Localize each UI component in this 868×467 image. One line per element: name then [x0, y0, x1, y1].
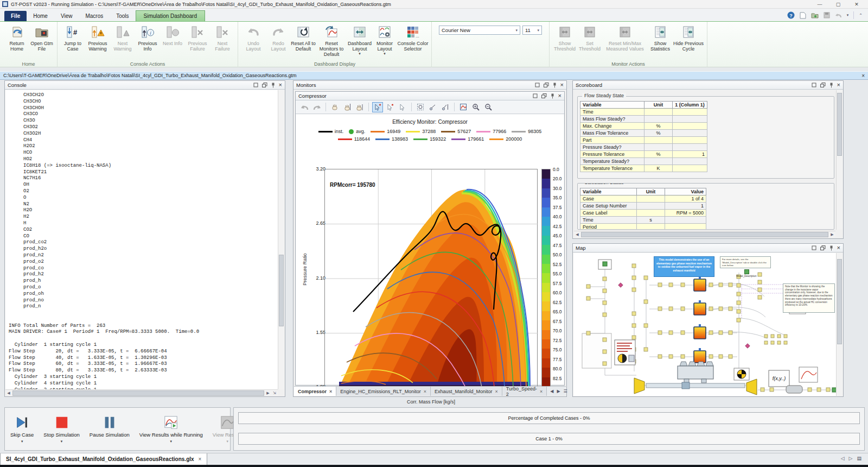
- pan-x-tool-icon[interactable]: [354, 102, 365, 112]
- undo-icon[interactable]: [835, 12, 842, 18]
- tab-list-icon[interactable]: ▤: [857, 456, 861, 461]
- maximize-icon[interactable]: [535, 83, 540, 87]
- table-row[interactable]: Time: [580, 109, 707, 116]
- set-threshold-button[interactable]: Set Threshold: [577, 23, 602, 52]
- float-icon[interactable]: [541, 93, 547, 98]
- pause-simulation-button[interactable]: Pause Simulation ▼: [90, 415, 130, 443]
- next-info-button[interactable]: Next Info: [160, 23, 185, 46]
- collapse-ribbon-icon[interactable]: ⌃: [859, 13, 863, 18]
- console-horizontal-scrollbar[interactable]: ◀▶⇲: [5, 389, 278, 396]
- close-icon[interactable]: ×: [837, 83, 840, 87]
- menu-simulation-dashboard[interactable]: Simulation Dashboard: [136, 10, 205, 21]
- table-row[interactable]: Case Setup Number1: [580, 203, 706, 210]
- tab-turbo-speed-2[interactable]: Turbo_Speed-2×: [502, 387, 547, 396]
- pan-y-tool-icon[interactable]: [342, 102, 353, 112]
- return-home-button[interactable]: Return Home: [4, 23, 29, 52]
- tab-close-icon[interactable]: ×: [199, 456, 202, 462]
- table-row[interactable]: Period: [580, 224, 706, 230]
- new-file-icon[interactable]: [800, 12, 806, 19]
- menu-home[interactable]: Home: [27, 11, 54, 21]
- close-button[interactable]: ✕: [847, 2, 866, 7]
- show-statistics-button[interactable]: Show Statistics: [648, 23, 673, 52]
- plot-area[interactable]: [324, 169, 538, 387]
- previous-info-button[interactable]: i Previous Info: [135, 23, 160, 52]
- tab-list-icon[interactable]: ☰: [564, 389, 567, 394]
- table-row[interactable]: Temperature Steady?: [580, 158, 707, 165]
- scoreboard-header[interactable]: Scoreboard ×: [573, 81, 843, 90]
- tab-scroll-left-icon[interactable]: ◀: [550, 389, 553, 394]
- plot-redo-icon[interactable]: [311, 102, 322, 112]
- tab-close-icon[interactable]: ×: [540, 389, 542, 394]
- console-color-selector-button[interactable]: ... Console Color Selector: [397, 23, 429, 52]
- tab-scroll-right-icon[interactable]: ▶: [557, 389, 560, 394]
- calculation-status-table[interactable]: Variable Unit Value Case1 of 4 Case Setu…: [580, 188, 706, 230]
- table-row[interactable]: Mass Flow Tolerance%: [580, 130, 707, 137]
- skip-case-button[interactable]: Skip Case ▼: [10, 415, 34, 443]
- qat-dropdown-icon[interactable]: ▾: [847, 13, 849, 17]
- tab-close-icon[interactable]: ×: [424, 389, 426, 394]
- open-gtm-file-button[interactable]: Open Gtm File: [29, 23, 54, 52]
- scoreboard-horizontal-scrollbar[interactable]: ◀▶: [574, 231, 835, 237]
- table-row[interactable]: Case LabelRPM = 5000: [580, 210, 706, 217]
- document-path-bar[interactable]: C:\Users\T-GAMER\OneDrive\Área de Trabal…: [0, 71, 868, 80]
- console-output[interactable]: CH3CH2O CH3CHO CH3CHOH CH3CO CH3O CH3O2 …: [5, 90, 278, 389]
- monitors-header[interactable]: Monitors ×: [293, 81, 566, 90]
- maximize-icon[interactable]: [812, 83, 816, 87]
- skip-case-dropdown-icon[interactable]: ▼: [21, 440, 24, 443]
- console-header[interactable]: Console ×: [5, 81, 285, 90]
- maximize-icon[interactable]: [533, 93, 538, 98]
- stop-dropdown-icon[interactable]: ▼: [60, 440, 63, 443]
- compressor-efficiency-plot[interactable]: Efficiency Monitor: Compressor inst.avg.…: [296, 115, 564, 384]
- show-threshold-button[interactable]: Show Threshold: [552, 23, 577, 52]
- table-row[interactable]: Max. Change%: [580, 123, 707, 130]
- table-row[interactable]: Temperature ToleranceK: [580, 165, 707, 172]
- table-row[interactable]: Pressure Tolerance%1: [580, 151, 707, 158]
- pin-icon[interactable]: [551, 93, 554, 99]
- save-icon[interactable]: [824, 12, 830, 18]
- select-region-tool-icon[interactable]: [397, 102, 408, 112]
- select-point-tool-icon[interactable]: [385, 102, 395, 112]
- table-row[interactable]: Times: [580, 217, 706, 224]
- table-row[interactable]: Pressure Steady?: [580, 144, 707, 151]
- pan-tool-icon[interactable]: [329, 102, 340, 112]
- select-tool-icon[interactable]: [372, 102, 383, 112]
- maximize-icon[interactable]: [253, 83, 258, 87]
- tab-close-icon[interactable]: ×: [495, 389, 498, 394]
- menu-view[interactable]: View: [54, 11, 79, 21]
- menu-tools[interactable]: Tools: [110, 11, 135, 21]
- reset-minmax-button[interactable]: Reset Min/Max Measured Values: [602, 23, 648, 52]
- tab-nav-right-icon[interactable]: ▷: [849, 456, 853, 461]
- compressor-monitor-header[interactable]: Compressor ×: [296, 92, 564, 100]
- pin-icon[interactable]: [829, 245, 833, 251]
- menu-file[interactable]: File: [4, 11, 27, 21]
- tab-engine-hc-emissions[interactable]: Engine_HC_Emissions_RLT_Monitor×: [336, 387, 431, 396]
- glx-file-tab[interactable]: SI_4cyl_GDI_Turbo_Exhaust_Manifold_Oxida…: [0, 453, 207, 465]
- font-size-select[interactable]: 11▾: [522, 26, 542, 35]
- table-row[interactable]: Case1 of 4: [580, 195, 706, 203]
- reset-monitors-to-default-button[interactable]: Reset Monitors to Default: [316, 23, 347, 57]
- close-icon[interactable]: ×: [837, 245, 840, 250]
- zoom-box-tool-icon[interactable]: [415, 102, 426, 112]
- hide-previous-cycle-button[interactable]: Hide Previous Cycle: [673, 23, 704, 52]
- jump-to-case-button[interactable]: # Jump to Case: [60, 23, 85, 52]
- view-results-running-dropdown-icon[interactable]: ▼: [169, 440, 173, 443]
- float-icon[interactable]: [544, 83, 549, 87]
- zoom-out-icon[interactable]: [483, 102, 494, 112]
- zoom-y-tool-icon[interactable]: [427, 102, 438, 112]
- tab-nav-left-icon[interactable]: ◁: [841, 456, 845, 461]
- next-warning-button[interactable]: Next Warning: [110, 23, 135, 52]
- console-resize-icon[interactable]: ⇲: [271, 391, 278, 395]
- console-vertical-scrollbar[interactable]: [278, 90, 284, 389]
- menu-macros[interactable]: Macros: [79, 11, 110, 21]
- float-icon[interactable]: [820, 83, 826, 87]
- redo-layout-button[interactable]: Redo Layout: [266, 23, 291, 52]
- pin-icon[interactable]: [553, 83, 557, 88]
- float-icon[interactable]: [262, 83, 267, 87]
- table-row[interactable]: Mass Flow Steady?: [580, 116, 707, 123]
- fit-view-icon[interactable]: [458, 102, 469, 112]
- previous-failure-button[interactable]: Previous Failure: [185, 23, 210, 52]
- font-name-select[interactable]: Courier New▾: [439, 26, 520, 35]
- flow-steady-state-table[interactable]: Variable Unit 1 (Column 1) Time Mass Flo…: [580, 101, 707, 172]
- close-icon[interactable]: ×: [279, 83, 282, 87]
- reset-all-to-default-button[interactable]: Reset All to Default: [291, 23, 316, 52]
